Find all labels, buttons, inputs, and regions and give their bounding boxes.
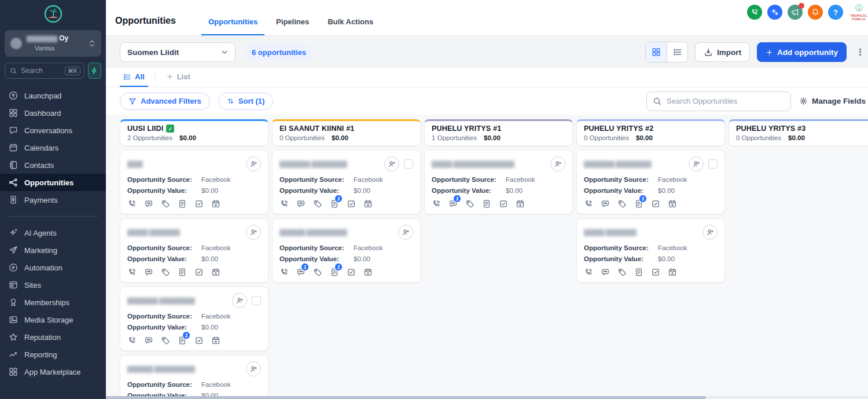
tag-action-icon[interactable] xyxy=(465,199,475,208)
sms-action-icon[interactable] xyxy=(144,268,153,277)
pipeline-select[interactable]: Suomen Liidit xyxy=(120,42,236,62)
sms-action-icon[interactable] xyxy=(144,199,153,208)
notes-action-icon[interactable]: 1 xyxy=(178,336,187,345)
more-options-button[interactable]: ⋮ xyxy=(854,47,867,57)
call-action-icon[interactable] xyxy=(279,268,289,277)
appointment-action-icon[interactable] xyxy=(363,268,373,277)
agency-mini-logo[interactable]: TROPICALFAMILIA xyxy=(848,3,868,21)
stage-header[interactable]: PUHELU YRITYS #3 0 Opportunities$0.00 xyxy=(729,119,868,146)
unassigned-user-icon[interactable] xyxy=(384,156,399,171)
stage-header[interactable]: PUHELU YRITYS #1 1 Opportunities$0.00 xyxy=(424,119,573,146)
unassigned-user-icon[interactable] xyxy=(398,225,413,240)
call-action-icon[interactable] xyxy=(127,268,137,277)
sidebar-item-calendars[interactable]: Calendars xyxy=(0,139,106,156)
stage-header[interactable]: UUSI LIIDI✓ 2 Opportunities$0.00 xyxy=(120,119,269,146)
call-action-icon[interactable] xyxy=(584,268,593,277)
unassigned-user-icon[interactable] xyxy=(703,225,718,240)
add-list-view-button[interactable]: List xyxy=(163,72,194,87)
opportunity-card[interactable]: ▇▇▇ Opportunity Source:Facebook Opportun… xyxy=(120,150,269,214)
call-action-icon[interactable] xyxy=(584,199,593,208)
add-opportunity-button[interactable]: Add opportunity xyxy=(757,42,847,62)
opportunity-card[interactable]: ▇▇▇▇▇▇ ▇▇▇▇▇▇▇ Opportunity Source:Facebo… xyxy=(120,287,269,351)
opportunity-search-input[interactable] xyxy=(667,97,771,105)
opportunity-card[interactable]: ▇▇▇▇▇▇ ▇▇▇▇▇▇▇ Opportunity Source:Facebo… xyxy=(576,150,725,214)
sidebar-item-reporting[interactable]: Reporting xyxy=(0,346,106,363)
appointment-action-icon[interactable] xyxy=(211,268,220,277)
sms-action-icon[interactable] xyxy=(144,336,153,345)
sidebar-item-dashboard[interactable]: Dashboard xyxy=(0,104,106,122)
advanced-filters-button[interactable]: Advanced Filters xyxy=(120,93,210,110)
manage-fields-button[interactable]: Manage Fields xyxy=(799,97,866,105)
sms-action-icon[interactable]: 1 xyxy=(448,199,458,208)
list-view-button[interactable] xyxy=(667,42,687,62)
unassigned-user-icon[interactable] xyxy=(689,156,704,171)
tasks-action-icon[interactable] xyxy=(194,199,204,208)
import-button[interactable]: Import xyxy=(695,42,750,62)
sidebar-item-reputation[interactable]: Reputation xyxy=(0,328,106,346)
sidebar-item-media-storage[interactable]: Media Storage xyxy=(0,311,106,328)
phone-dialer-button[interactable] xyxy=(747,5,762,20)
sidebar-item-conversations[interactable]: Conversations xyxy=(0,122,106,139)
call-action-icon[interactable] xyxy=(127,336,137,345)
sidebar-item-automation[interactable]: Automation xyxy=(0,259,106,276)
quick-actions-button[interactable] xyxy=(88,63,101,79)
stage-header[interactable]: PUHELU YRITYS #2 0 Opportunities$0.00 xyxy=(576,119,725,146)
grid-view-button[interactable] xyxy=(646,42,667,62)
help-button[interactable]: ? xyxy=(828,5,843,20)
tag-action-icon[interactable] xyxy=(617,268,627,277)
tab-bulk-actions[interactable]: Bulk Actions xyxy=(321,17,380,35)
tag-action-icon[interactable] xyxy=(161,336,170,345)
horizontal-scrollbar[interactable] xyxy=(106,396,868,399)
notes-action-icon[interactable] xyxy=(482,199,491,208)
appointment-action-icon[interactable] xyxy=(211,336,220,345)
stage-header[interactable]: EI SAANUT KIINNI #1 0 Opportunities$0.00 xyxy=(272,119,421,146)
tag-action-icon[interactable] xyxy=(617,199,627,208)
unassigned-user-icon[interactable] xyxy=(246,361,261,376)
opportunity-card[interactable]: ▇▇▇▇ ▇▇▇▇▇▇ Opportunity Source:Facebook … xyxy=(576,218,725,283)
sidebar-item-launchpad[interactable]: Launchpad xyxy=(0,87,106,104)
tag-action-icon[interactable] xyxy=(313,199,322,208)
call-action-icon[interactable] xyxy=(279,199,289,208)
unassigned-user-icon[interactable] xyxy=(232,293,247,308)
account-switcher[interactable]: ▇▇▇▇▇▇▇ Oy Vantaa xyxy=(5,30,101,57)
opportunity-card-clipped[interactable]: ▇▇▇▇▇ ▇▇▇▇▇▇▇▇ Opportunity Source:Facebo… xyxy=(120,355,269,399)
ai-assistant-button[interactable] xyxy=(767,5,782,20)
appointment-action-icon[interactable] xyxy=(363,199,373,208)
sidebar-item-marketing[interactable]: Marketing xyxy=(0,241,106,259)
appointment-action-icon[interactable] xyxy=(516,199,525,208)
tasks-action-icon[interactable] xyxy=(347,199,356,208)
opportunity-search[interactable] xyxy=(646,91,791,111)
select-checkbox[interactable] xyxy=(252,296,261,305)
tasks-action-icon[interactable] xyxy=(499,199,508,208)
sms-action-icon[interactable]: 1 xyxy=(296,268,306,277)
appointment-action-icon[interactable] xyxy=(211,199,220,208)
tasks-action-icon[interactable] xyxy=(651,268,660,277)
appointment-action-icon[interactable] xyxy=(668,268,677,277)
sidebar-item-ai-agents[interactable]: AI Agents xyxy=(0,224,106,241)
view-tab-all[interactable]: All xyxy=(120,72,148,87)
notes-action-icon[interactable] xyxy=(178,199,187,208)
sidebar-item-sites[interactable]: Sites xyxy=(0,276,106,294)
tab-pipelines[interactable]: Pipelines xyxy=(269,17,316,35)
sort-button[interactable]: Sort (1) xyxy=(218,93,274,110)
tag-action-icon[interactable] xyxy=(161,199,170,208)
sidebar-item-payments[interactable]: Payments xyxy=(0,191,106,208)
unassigned-user-icon[interactable] xyxy=(246,225,261,240)
tag-action-icon[interactable] xyxy=(161,268,170,277)
tasks-action-icon[interactable] xyxy=(347,268,356,277)
unassigned-user-icon[interactable] xyxy=(246,156,261,171)
tasks-action-icon[interactable] xyxy=(194,336,204,345)
appointment-action-icon[interactable] xyxy=(668,199,677,208)
select-checkbox[interactable] xyxy=(708,159,718,169)
notes-action-icon[interactable]: 1 xyxy=(634,199,643,208)
sidebar-search-input[interactable] xyxy=(21,67,61,75)
opportunity-card[interactable]: ▇▇▇▇▇▇ ▇▇▇▇▇▇▇ Opportunity Source:Facebo… xyxy=(272,150,421,214)
notes-action-icon[interactable]: 1 xyxy=(330,199,339,208)
scrollbar-thumb[interactable] xyxy=(106,396,706,399)
sidebar-item-opportunities[interactable]: Opportunities xyxy=(0,174,106,191)
sms-action-icon[interactable] xyxy=(296,199,306,208)
opportunity-card[interactable]: ▇▇▇▇ ▇▇▇▇▇▇ Opportunity Source:Facebook … xyxy=(120,218,269,283)
sms-action-icon[interactable] xyxy=(601,268,610,277)
call-action-icon[interactable] xyxy=(432,199,441,208)
sidebar-item-memberships[interactable]: Memberships xyxy=(0,294,106,311)
